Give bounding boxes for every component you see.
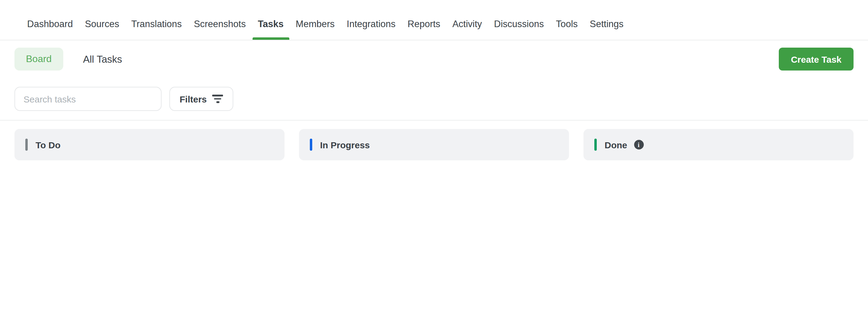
filters-button[interactable]: Filters (169, 87, 233, 111)
nav-item-reports[interactable]: Reports (401, 8, 446, 40)
nav-item-integrations[interactable]: Integrations (341, 8, 401, 40)
all-tasks-link[interactable]: All Tasks (83, 53, 122, 65)
done-color-bar (594, 139, 597, 151)
nav-item-translations[interactable]: Translations (125, 8, 188, 40)
nav-item-screenshots[interactable]: Screenshots (188, 8, 252, 40)
filter-icon (212, 95, 223, 103)
board-view-toggle[interactable]: Board (14, 48, 63, 70)
nav-item-activity[interactable]: Activity (446, 8, 488, 40)
search-row: Filters (14, 87, 854, 111)
column-label: In Progress (320, 140, 370, 150)
nav-item-settings[interactable]: Settings (584, 8, 629, 40)
info-icon[interactable]: i (634, 140, 644, 149)
column-header-done: Done i (584, 129, 854, 160)
in-progress-color-bar (310, 139, 312, 151)
nav-item-tasks[interactable]: Tasks (252, 8, 290, 40)
tasks-page: Dashboard Sources Translations Screensho… (0, 0, 868, 165)
column-label: To Do (36, 140, 61, 150)
todo-color-bar (25, 139, 28, 151)
view-toolbar: Board All Tasks Create Task (14, 48, 854, 70)
filters-label: Filters (180, 94, 207, 104)
nav-item-tools[interactable]: Tools (550, 8, 584, 40)
column-label: Done (604, 140, 627, 150)
column-header-todo: To Do (14, 129, 284, 160)
nav-item-members[interactable]: Members (290, 8, 341, 40)
column-header-in-progress: In Progress (299, 129, 569, 160)
search-input[interactable] (14, 87, 161, 111)
nav-item-discussions[interactable]: Discussions (488, 8, 550, 40)
top-nav: Dashboard Sources Translations Screensho… (0, 0, 868, 40)
create-task-button[interactable]: Create Task (779, 48, 854, 70)
nav-item-dashboard[interactable]: Dashboard (21, 8, 79, 40)
section-divider (0, 120, 868, 121)
nav-item-sources[interactable]: Sources (79, 8, 125, 40)
board-columns: To Do In Progress Done i (14, 129, 854, 160)
